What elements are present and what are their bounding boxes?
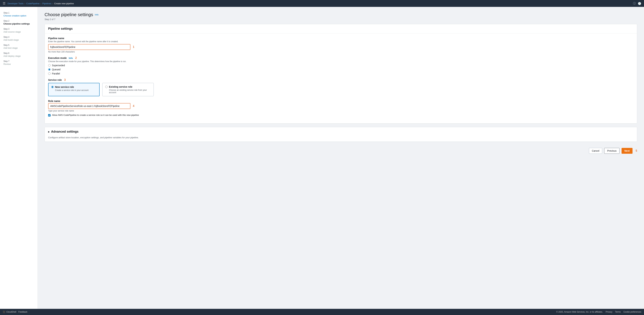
breadcrumb: Developer Tools › CodePipeline › Pipelin… xyxy=(8,2,74,5)
execution-mode-label: Execution mode Info 2 xyxy=(48,57,634,60)
cookie-link[interactable]: Cookie preferences xyxy=(624,311,641,313)
radio-superseded-label: Superseded xyxy=(52,64,65,67)
cloudshell-button[interactable]: ⬛ CloudShell xyxy=(3,311,16,313)
pipeline-name-input[interactable] xyxy=(48,44,130,50)
sidebar-step-1: Step 1 Choose creation option xyxy=(0,10,38,18)
sidebar-step-2: Step 2 Choose pipeline settings xyxy=(0,18,38,27)
radio-queued-input[interactable] xyxy=(48,68,50,71)
annotation-2: 2 xyxy=(75,57,77,60)
previous-button[interactable]: Previous xyxy=(604,148,619,154)
step-1-label: Step 1 xyxy=(4,12,34,14)
role-name-group: Role name 4 Type your service role name … xyxy=(48,100,634,117)
execution-mode-hint: Choose the execution mode for your pipel… xyxy=(48,60,634,63)
hamburger-menu[interactable]: ☰ xyxy=(3,2,6,5)
advanced-settings-header[interactable]: ▶ Advanced settings xyxy=(45,127,637,136)
step-5-label: Step 5 xyxy=(4,44,34,46)
sidebar-step-7: Step 7 Review xyxy=(0,59,38,67)
privacy-link[interactable]: Privacy xyxy=(606,311,612,313)
pipeline-name-group: Pipeline name Enter the pipeline name. Y… xyxy=(48,37,634,53)
pipeline-name-label: Pipeline name xyxy=(48,37,634,40)
service-role-cards: New service role Create a service role i… xyxy=(48,83,634,96)
sidebar-step-3: Step 3 Add source stage xyxy=(0,27,38,35)
sidebar-item-review: Review xyxy=(4,63,34,65)
service-role-existing-radio-row: Existing service role xyxy=(105,85,151,88)
radio-queued-label: Queued xyxy=(52,68,60,71)
advanced-settings-arrow: ▶ xyxy=(48,131,50,133)
breadcrumb-sep-1: › xyxy=(24,2,25,5)
radio-parallel-input[interactable] xyxy=(48,72,50,75)
next-button[interactable]: Next xyxy=(622,148,632,154)
radio-queued[interactable]: Queued xyxy=(48,68,634,71)
bottombar: ⬛ CloudShell Feedback © 2025, Amazon Web… xyxy=(0,309,644,315)
bottombar-right: © 2025, Amazon Web Services, Inc. or its… xyxy=(556,311,641,313)
topbar: ☰ Developer Tools › CodePipeline › Pipel… xyxy=(0,0,644,7)
service-role-new-radio-row: New service role xyxy=(51,86,96,88)
sidebar-step-5: Step 5 Add test stage xyxy=(0,43,38,51)
step-3-label: Step 3 xyxy=(4,28,34,30)
copyright-text: © 2025, Amazon Web Services, Inc. or its… xyxy=(556,311,603,313)
breadcrumb-pipelines[interactable]: Pipelines xyxy=(42,2,52,5)
service-role-new-desc: Create a service role in your account xyxy=(51,89,96,91)
role-name-label: Role name xyxy=(48,100,634,102)
breadcrumb-sep-3: › xyxy=(52,2,53,5)
step-4-label: Step 4 xyxy=(4,36,34,38)
pipeline-name-hint: Enter the pipeline name. You cannot edit… xyxy=(48,40,634,43)
role-name-hint: Type your service role name xyxy=(48,110,634,112)
pipeline-settings-card-body: Pipeline name Enter the pipeline name. Y… xyxy=(45,34,637,123)
allow-codepipeline-label: Allow AWS CodePipeline to create a servi… xyxy=(52,114,139,116)
sidebar-step-6: Step 6 Add deploy stage xyxy=(0,51,38,59)
radio-superseded-input[interactable] xyxy=(48,64,50,67)
service-role-new-label: New service role xyxy=(55,86,74,88)
page-title: Choose pipeline settings xyxy=(44,12,93,17)
pipeline-settings-card: Pipeline settings Pipeline name Enter th… xyxy=(44,24,637,124)
breadcrumb-current: Create new pipeline xyxy=(54,2,74,5)
service-role-label: Service role 3 xyxy=(48,78,634,82)
sidebar-item-choose-creation[interactable]: Choose creation option xyxy=(4,15,34,17)
cloudshell-label: CloudShell xyxy=(6,311,16,313)
step-7-label: Step 7 xyxy=(4,60,34,63)
cloudshell-icon: ⬛ xyxy=(3,311,5,313)
char-limit-text: No more than 100 characters xyxy=(48,51,634,53)
execution-mode-group: Execution mode Info 2 Choose the executi… xyxy=(48,57,634,75)
main-content: Choose pipeline settings Info Step 2 of … xyxy=(38,7,644,309)
advanced-settings-desc: Configure artifact store location, encry… xyxy=(45,136,637,142)
pipeline-settings-card-header: Pipeline settings xyxy=(45,24,637,34)
advanced-settings-card: ▶ Advanced settings Configure artifact s… xyxy=(44,127,637,142)
feedback-link[interactable]: Feedback xyxy=(18,311,28,313)
cancel-button[interactable]: Cancel xyxy=(589,148,602,154)
annotation-5: 5 xyxy=(636,149,637,152)
service-role-existing-radio[interactable] xyxy=(105,86,108,88)
breadcrumb-sep-2: › xyxy=(40,2,41,5)
radio-parallel[interactable]: Parallel xyxy=(48,72,634,75)
service-role-existing-label: Existing service role xyxy=(109,85,132,88)
terms-link[interactable]: Terms xyxy=(615,311,621,313)
info-icon[interactable]: ⓘ xyxy=(633,2,636,5)
annotation-4: 4 xyxy=(133,105,134,108)
main-layout: Step 1 Choose creation option Step 2 Cho… xyxy=(0,7,644,309)
step-6-label: Step 6 xyxy=(4,52,34,54)
execution-mode-info-link[interactable]: Info xyxy=(69,57,73,59)
topbar-right-icons: ⓘ 🕐 xyxy=(633,2,641,5)
annotation-1: 1 xyxy=(133,46,134,49)
clock-icon[interactable]: 🕐 xyxy=(638,2,641,5)
advanced-settings-title: Advanced settings xyxy=(51,130,78,133)
allow-codepipeline-checkbox[interactable] xyxy=(48,114,50,117)
execution-mode-radio-group: Superseded Queued Parallel xyxy=(48,64,634,75)
service-role-new-radio[interactable] xyxy=(51,86,54,88)
sidebar-item-deploy-stage: Add deploy stage xyxy=(4,55,34,57)
page-info-link[interactable]: Info xyxy=(95,13,98,16)
role-name-input[interactable] xyxy=(48,103,130,109)
breadcrumb-developer-tools[interactable]: Developer Tools xyxy=(8,2,24,5)
radio-superseded[interactable]: Superseded xyxy=(48,64,634,67)
service-role-new-card[interactable]: New service role Create a service role i… xyxy=(48,83,100,96)
service-role-group: Service role 3 New service role Create a… xyxy=(48,78,634,96)
sidebar-item-build-stage: Add build stage xyxy=(4,39,34,41)
sidebar-item-test-stage: Add test stage xyxy=(4,47,34,49)
radio-parallel-label: Parallel xyxy=(52,72,60,75)
sidebar-item-source-stage: Add source stage xyxy=(4,31,34,33)
action-bar: Cancel Previous Next 5 xyxy=(44,145,637,156)
page-title-row: Choose pipeline settings Info xyxy=(44,12,637,17)
sidebar-step-4: Step 4 Add build stage xyxy=(0,35,38,43)
service-role-existing-card[interactable]: Existing service role Choose an existing… xyxy=(102,83,154,96)
breadcrumb-codepipeline[interactable]: CodePipeline xyxy=(26,2,40,5)
